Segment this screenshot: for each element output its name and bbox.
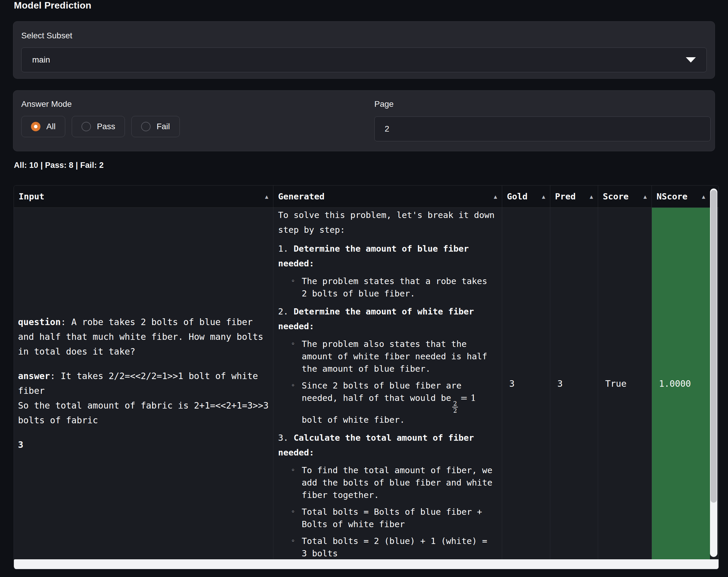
page-input-value: 2 <box>385 124 389 134</box>
sort-asc-icon: ▲ <box>494 193 497 200</box>
subset-select[interactable]: main <box>21 48 707 72</box>
radio-unselected-icon <box>81 122 91 131</box>
radio-pass-label: Pass <box>97 122 115 131</box>
answer-mode-radio-group: All Pass Fail <box>21 116 180 137</box>
input-answer: answer: It takes 2/2=<<2/2=1>>1 bolt of … <box>18 369 269 428</box>
sort-asc-icon: ▲ <box>644 193 647 200</box>
column-header-input[interactable]: Input ▲ <box>14 186 274 208</box>
stats-summary: All: 10 | Pass: 8 | Fail: 2 <box>14 161 104 170</box>
select-subset-label: Select Subset <box>21 31 72 40</box>
column-header-pred[interactable]: Pred ▲ <box>550 186 598 208</box>
page-title: Model Prediction <box>14 0 92 11</box>
sort-asc-icon: ▲ <box>702 193 705 200</box>
list-item-math: ◦ Since 2 bolts of blue fiber are needed… <box>291 379 497 426</box>
chevron-down-icon <box>686 57 696 62</box>
input-question: question: A robe takes 2 bolts of blue f… <box>18 315 269 359</box>
radio-fail-label: Fail <box>156 122 170 131</box>
vertical-scrollbar-thumb[interactable] <box>710 190 717 503</box>
sort-asc-icon: ▲ <box>590 193 593 200</box>
select-subset-card: Select Subset main <box>13 21 715 79</box>
horizontal-scrollbar[interactable] <box>14 559 719 569</box>
cell-score: True <box>598 208 652 559</box>
list-item: ◦ To find the total amount of fiber, we … <box>291 464 497 501</box>
sort-asc-icon: ▲ <box>265 193 268 200</box>
generated-intro: To solve this problem, let's break it do… <box>278 208 497 237</box>
radio-pass[interactable]: Pass <box>72 116 125 137</box>
bullet-marker: ◦ <box>291 379 302 426</box>
page-label: Page <box>374 100 393 109</box>
generated-step-2: 2. Determine the amount of white fiber n… <box>278 304 497 334</box>
vertical-scrollbar[interactable] <box>710 189 718 557</box>
radio-fail[interactable]: Fail <box>131 116 180 137</box>
fraction: 22 <box>452 401 458 414</box>
generated-step-3: 3. Calculate the total amount of fiber n… <box>278 431 497 460</box>
results-table: Input ▲ Generated ▲ Gold ▲ Pred ▲ Score … <box>14 185 719 569</box>
cell-pred: 3 <box>550 208 598 559</box>
cell-input: question: A robe takes 2 bolts of blue f… <box>14 208 274 559</box>
list-item: ◦ Total bolts = Bolts of blue fiber + Bo… <box>291 505 497 530</box>
radio-all-label: All <box>46 122 55 131</box>
radio-selected-icon <box>31 122 41 131</box>
cell-gold: 3 <box>502 208 550 559</box>
bullet-marker: ◦ <box>291 505 302 530</box>
list-item: ◦ The problem also states that the amoun… <box>291 338 497 375</box>
bullet-marker: ◦ <box>291 535 302 559</box>
bullet-marker: ◦ <box>291 338 302 375</box>
filters-card: Answer Mode All Pass Fail Page 2 <box>13 90 715 151</box>
cell-nscore: 1.0000 <box>652 208 710 559</box>
column-header-generated[interactable]: Generated ▲ <box>274 186 502 208</box>
page-input[interactable]: 2 <box>374 116 710 141</box>
sort-asc-icon: ▲ <box>542 193 545 200</box>
column-header-gold[interactable]: Gold ▲ <box>502 186 550 208</box>
radio-unselected-icon <box>141 122 151 131</box>
list-item: ◦ The problem states that a robe takes 2… <box>291 275 497 300</box>
column-header-score[interactable]: Score ▲ <box>598 186 652 208</box>
cell-generated: To solve this problem, let's break it do… <box>274 208 502 559</box>
input-final-answer: 3 <box>18 437 269 452</box>
subset-selected-value: main <box>32 55 50 64</box>
column-header-nscore[interactable]: NScore ▲ <box>652 186 710 208</box>
radio-all[interactable]: All <box>21 116 65 137</box>
bullet-marker: ◦ <box>291 464 302 501</box>
list-item: ◦ Total bolts = 2 (blue) + 1 (white) = 3… <box>291 535 497 559</box>
generated-step-1: 1. Determine the amount of blue fiber ne… <box>278 241 497 271</box>
bullet-marker: ◦ <box>291 275 302 300</box>
answer-mode-label: Answer Mode <box>21 100 72 109</box>
